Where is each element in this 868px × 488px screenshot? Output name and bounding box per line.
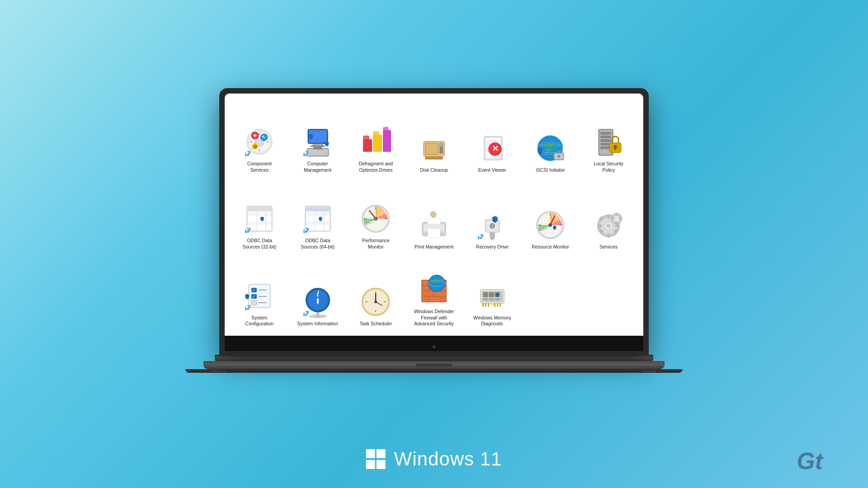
laptop-screen-outer: ⚙ Component Services Computer Management	[219, 88, 649, 355]
icon-performance-monitor	[359, 202, 392, 235]
svg-rect-56	[614, 147, 616, 150]
icon-item-iscsi-initiator[interactable]: iSCSI Initiator	[523, 103, 579, 175]
icon-label-performance-monitor: Performance Monitor	[354, 238, 397, 250]
icon-item-odbc-32[interactable]: ODBC Data Sources (32-bit)	[231, 179, 288, 252]
svg-rect-177	[500, 303, 501, 307]
icon-item-computer-management[interactable]: Computer Management	[290, 103, 346, 175]
svg-rect-50	[600, 136, 611, 138]
icon-item-services[interactable]: Services	[580, 179, 637, 252]
icon-iscsi-initiator	[534, 132, 566, 164]
icon-item-task-scheduler[interactable]: Task Scheduler	[348, 257, 404, 329]
svg-point-95	[491, 224, 494, 228]
icon-item-resource-monitor[interactable]: Resource Monitor	[523, 179, 579, 252]
svg-point-84	[430, 211, 436, 217]
laptop-base	[203, 361, 665, 369]
right-speaker	[643, 371, 656, 372]
svg-rect-60	[248, 212, 271, 216]
svg-text:✕: ✕	[491, 144, 498, 153]
icon-item-component-services[interactable]: ⚙ Component Services	[231, 103, 288, 175]
icon-recovery-drive	[476, 209, 509, 241]
svg-rect-88	[428, 229, 440, 238]
svg-point-8	[262, 136, 264, 137]
icon-label-component-services: Component Services	[238, 161, 281, 173]
icon-label-defrag: Defragment and Optimize Drives	[354, 161, 397, 173]
icon-label-windows-defender-firewall: Windows Defender Firewall with Advanced …	[412, 309, 455, 327]
laptop-container: ⚙ Component Services Computer Management	[185, 88, 683, 373]
icon-item-system-information[interactable]: i System Information	[290, 257, 346, 329]
icon-label-task-scheduler: Task Scheduler	[359, 321, 392, 327]
svg-rect-105	[607, 214, 610, 219]
shortcut-arrow-system-configuration	[244, 304, 251, 311]
icon-local-security-policy	[592, 126, 625, 158]
icon-item-performance-monitor[interactable]: Performance Monitor	[348, 179, 404, 252]
icon-label-local-security-policy: Local Security Policy	[587, 161, 630, 173]
icon-item-windows-memory-diagnostic[interactable]: Windows Memory Diagnostic	[464, 257, 520, 329]
shortcut-arrow-odbc-32	[244, 227, 251, 234]
windows-version-label: Windows 11	[394, 448, 502, 470]
windows-logo-icon	[366, 449, 386, 469]
icon-defrag	[359, 126, 392, 158]
svg-point-102	[548, 223, 552, 227]
shortcut-arrow-recovery-drive	[477, 233, 484, 240]
svg-point-82	[375, 218, 377, 220]
icon-item-system-configuration[interactable]: ✓ ✓ System Configuration	[231, 257, 288, 329]
svg-rect-176	[497, 303, 498, 307]
svg-point-29	[439, 142, 443, 147]
svg-rect-157	[434, 291, 446, 296]
icon-item-event-viewer[interactable]: ✕ Event Viewer	[464, 103, 520, 175]
icon-windows-defender-firewall	[418, 273, 450, 306]
svg-rect-138	[317, 298, 319, 304]
laptop-screen: ⚙ Component Services Computer Management	[225, 94, 643, 336]
icon-windows-memory-diagnostic	[476, 280, 509, 312]
bottom-branding: Windows 11	[366, 448, 502, 470]
icon-odbc-64	[302, 202, 334, 235]
icon-item-local-security-policy[interactable]: Local Security Policy	[580, 103, 637, 175]
svg-rect-62	[248, 221, 271, 225]
icon-item-print-management[interactable]: Print Management	[406, 179, 462, 252]
icon-label-recovery-drive: Recovery Drive	[476, 244, 509, 250]
icon-label-disk-cleanup: Disk Cleanup	[420, 167, 448, 174]
icon-label-resource-monitor: Resource Monitor	[532, 244, 569, 250]
shortcut-arrow-odbc-64	[302, 227, 310, 234]
icon-print-management	[418, 209, 450, 241]
gt-logo: Gt	[797, 447, 823, 474]
svg-rect-117	[615, 213, 618, 216]
svg-rect-158	[422, 297, 429, 301]
laptop-hinge	[215, 355, 653, 361]
icon-odbc-32	[243, 202, 276, 235]
icon-label-print-management: Print Management	[415, 244, 453, 250]
icon-item-odbc-64[interactable]: ODBC Data Sources (64-bit)	[290, 179, 346, 252]
shortcut-arrow-system-information	[302, 310, 310, 317]
svg-rect-49	[600, 132, 611, 135]
icon-item-recovery-drive[interactable]: Recovery Drive	[464, 179, 520, 252]
icon-system-information: i	[302, 286, 334, 318]
shortcut-arrow-component-services	[244, 150, 251, 157]
icon-item-disk-cleanup[interactable]: Disk Cleanup	[406, 103, 462, 175]
svg-point-114	[606, 224, 611, 228]
svg-rect-120	[619, 217, 622, 220]
left-speaker	[212, 371, 225, 372]
svg-rect-160	[441, 297, 446, 301]
svg-rect-71	[306, 221, 330, 225]
svg-rect-68	[306, 207, 330, 211]
icon-disk-cleanup	[418, 132, 450, 164]
svg-point-7	[262, 135, 266, 140]
icon-item-windows-defender-firewall[interactable]: Windows Defender Firewall with Advanced …	[406, 257, 462, 329]
svg-rect-21	[373, 131, 379, 136]
svg-rect-171	[491, 303, 494, 305]
svg-rect-93	[491, 238, 494, 239]
svg-rect-13	[312, 144, 323, 145]
laptop-screen-bezel: ⚙ Component Services Computer Management	[225, 94, 643, 351]
svg-point-161	[429, 275, 445, 291]
icon-label-system-configuration: System Configuration	[238, 315, 281, 327]
svg-rect-107	[598, 225, 602, 227]
svg-point-121	[615, 217, 618, 221]
icons-grid: ⚙ Component Services Computer Management	[231, 103, 637, 329]
icon-label-services: Services	[599, 244, 618, 250]
svg-rect-69	[306, 212, 330, 216]
svg-text:⚙: ⚙	[253, 144, 257, 149]
icon-item-defrag[interactable]: Defragment and Optimize Drives	[348, 103, 404, 175]
svg-rect-172	[482, 303, 484, 307]
icon-component-services: ⚙	[243, 126, 276, 158]
icon-label-odbc-32: ODBC Data Sources (32-bit)	[238, 238, 281, 250]
